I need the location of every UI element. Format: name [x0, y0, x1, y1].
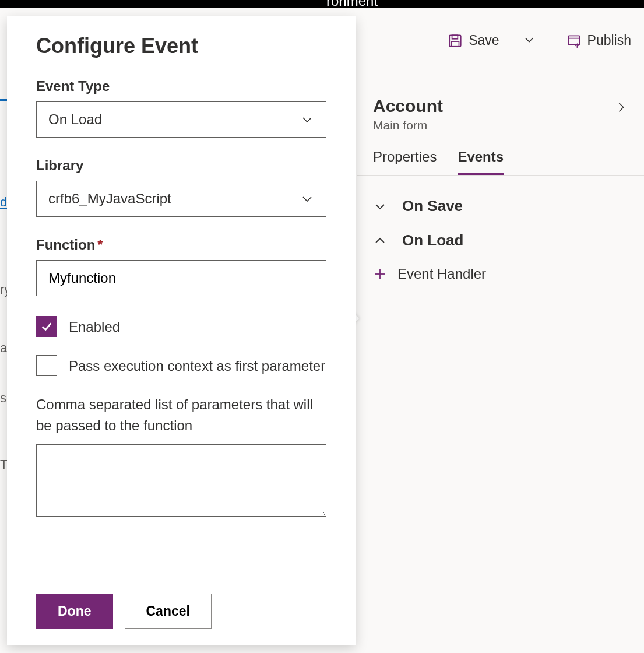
chevron-down-icon	[373, 199, 387, 213]
done-button[interactable]: Done	[36, 594, 113, 629]
configure-event-flyout: Configure Event Event Type On Load Libra…	[7, 16, 356, 645]
chevron-up-icon	[373, 234, 387, 248]
params-textarea[interactable]	[36, 444, 326, 517]
library-label: Library	[36, 157, 326, 174]
left-tab-underline	[0, 99, 7, 101]
main-area: di ry ai sir TS Save Publish Account Mai…	[0, 8, 644, 653]
command-bar: Save Publish	[435, 26, 644, 55]
svg-rect-2	[452, 41, 459, 47]
plus-icon	[373, 267, 387, 281]
tab-events[interactable]: Events	[458, 149, 504, 175]
entity-title: Account	[373, 96, 443, 116]
command-separator	[550, 28, 550, 54]
publish-label: Publish	[587, 33, 631, 48]
event-type-label: Event Type	[36, 78, 326, 94]
pass-context-label: Pass execution context as first paramete…	[69, 355, 325, 377]
section-label: On Load	[402, 231, 463, 250]
entity-subtitle: Main form	[373, 118, 443, 132]
cancel-button[interactable]: Cancel	[125, 594, 212, 629]
enabled-label: Enabled	[69, 316, 120, 338]
checkmark-icon	[40, 320, 53, 333]
properties-panel: Account Main form Properties Events On S…	[357, 82, 644, 653]
save-icon	[448, 33, 463, 48]
svg-rect-3	[568, 36, 580, 44]
tab-properties[interactable]: Properties	[373, 149, 437, 175]
app-titlebar: ronment	[0, 0, 644, 8]
publish-icon	[566, 33, 582, 48]
required-indicator: *	[97, 237, 103, 252]
section-on-load[interactable]: On Load	[373, 223, 628, 258]
save-label: Save	[469, 33, 499, 48]
chevron-right-icon[interactable]	[615, 101, 628, 114]
enabled-checkbox[interactable]	[36, 316, 57, 337]
library-value: crfb6_MyJavaScript	[48, 191, 171, 207]
event-type-value: On Load	[48, 111, 102, 128]
chevron-down-icon	[523, 33, 536, 46]
flyout-title: Configure Event	[36, 34, 326, 58]
function-label: Function*	[36, 237, 326, 253]
save-button[interactable]: Save	[435, 26, 512, 55]
chevron-down-icon	[300, 113, 314, 127]
save-split-chevron[interactable]	[512, 26, 546, 55]
publish-button[interactable]: Publish	[554, 26, 644, 55]
library-select[interactable]: crfb6_MyJavaScript	[36, 181, 326, 217]
section-label: On Save	[402, 197, 463, 215]
flyout-footer: Done Cancel	[7, 577, 356, 645]
params-label: Comma separated list of parameters that …	[36, 394, 326, 436]
pass-context-checkbox[interactable]	[36, 355, 57, 376]
section-on-save[interactable]: On Save	[373, 189, 628, 223]
svg-rect-1	[452, 35, 458, 39]
panel-tabs: Properties Events	[357, 138, 644, 176]
chevron-down-icon	[300, 192, 314, 206]
add-event-handler[interactable]: Event Handler	[373, 258, 628, 290]
function-input[interactable]	[36, 260, 326, 296]
event-type-select[interactable]: On Load	[36, 101, 326, 138]
add-handler-label: Event Handler	[397, 266, 486, 282]
